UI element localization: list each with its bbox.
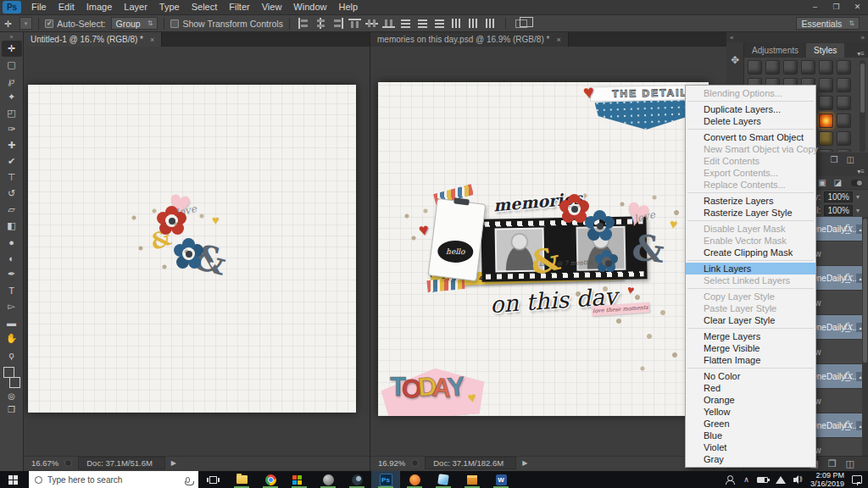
context-menu-item[interactable] xyxy=(686,127,815,131)
network-icon[interactable] xyxy=(776,476,786,484)
align-icon[interactable] xyxy=(298,18,310,29)
context-menu-item[interactable]: No Color xyxy=(686,370,815,382)
align-icon[interactable] xyxy=(467,18,480,29)
context-menu-item[interactable]: Rasterize Layers xyxy=(686,195,815,207)
style-swatch[interactable] xyxy=(837,78,851,92)
volume-icon[interactable] xyxy=(793,478,796,482)
context-menu-item[interactable] xyxy=(686,258,815,263)
current-tool-icon[interactable]: ✛▾ xyxy=(4,17,32,30)
rect-marquee-tool[interactable]: ▢ xyxy=(2,57,22,73)
align-icon[interactable] xyxy=(365,18,378,29)
context-menu-item[interactable]: Violet xyxy=(686,441,815,453)
style-swatch[interactable] xyxy=(837,114,851,128)
fill-value[interactable]: 100% xyxy=(824,205,853,216)
align-icon[interactable] xyxy=(484,18,497,29)
history-brush-tool[interactable]: ↺ xyxy=(2,186,22,202)
zoom-tool[interactable]: ϙ xyxy=(2,347,22,363)
delete-style-icon[interactable]: ◫ xyxy=(847,155,854,164)
status-popup-arrow[interactable]: ▶ xyxy=(522,459,527,467)
context-menu-item[interactable]: Link Layers xyxy=(686,263,815,274)
context-menu-item[interactable]: Delete Layers xyxy=(686,115,815,127)
blue-app-button[interactable] xyxy=(429,471,458,488)
context-menu-item[interactable]: Paste Layer Style xyxy=(686,302,815,314)
layer-style-collapse-icon[interactable]: ▴ xyxy=(856,421,862,430)
spot-healing-tool[interactable]: ✚ xyxy=(2,137,22,153)
context-menu-item[interactable]: Create Clipping Mask xyxy=(686,247,815,258)
canvas-memories[interactable]: THE DETAIL memories 234567891011 1 laura… xyxy=(378,82,709,416)
context-menu-item[interactable]: Red xyxy=(686,382,815,394)
style-swatch[interactable] xyxy=(819,96,833,110)
context-menu-item[interactable]: Convert to Smart Object xyxy=(686,131,815,143)
style-swatch[interactable] xyxy=(783,60,798,75)
screen-mode-icon[interactable]: ❐ xyxy=(2,402,22,416)
taskbar-clock[interactable]: 2:09 PM 3/16/2019 xyxy=(810,471,844,488)
context-menu-item[interactable]: Gray xyxy=(686,453,815,465)
menu-item[interactable]: Layer xyxy=(118,0,153,15)
context-menu-item[interactable]: Copy Layer Style xyxy=(686,291,815,302)
context-menu-item[interactable] xyxy=(686,191,815,195)
chrome-button[interactable] xyxy=(256,471,285,488)
lasso-tool[interactable]: ℘ xyxy=(2,73,22,89)
tray-expand-icon[interactable]: ∧ xyxy=(743,475,749,484)
style-swatch[interactable] xyxy=(819,149,833,152)
context-menu-item[interactable]: Select Linked Layers xyxy=(686,274,815,286)
auto-select-checkbox[interactable]: ✓ xyxy=(45,19,53,28)
zoom-level[interactable]: 16.92% xyxy=(378,458,405,468)
menu-item[interactable]: Select xyxy=(186,0,224,15)
search-box[interactable]: Type here to search xyxy=(29,471,198,488)
context-menu-item[interactable] xyxy=(686,286,815,291)
context-menu-item[interactable]: Blending Options... xyxy=(686,87,815,99)
context-menu-item[interactable] xyxy=(686,326,815,330)
word-button[interactable]: W xyxy=(487,471,515,488)
clone-stamp-tool[interactable]: ⊤ xyxy=(2,169,22,186)
foreground-color-swatch[interactable] xyxy=(3,367,14,378)
blur-tool[interactable]: ● xyxy=(2,234,22,250)
restore-button[interactable]: ❐ xyxy=(826,0,847,14)
filter-toggle[interactable] xyxy=(851,180,863,186)
align-icon[interactable] xyxy=(399,18,412,29)
menu-item[interactable]: File xyxy=(25,0,53,15)
menu-item[interactable]: Type xyxy=(153,0,186,15)
menu-item[interactable]: Help xyxy=(332,0,364,15)
dodge-tool[interactable]: ◐ xyxy=(2,250,22,266)
chevron-down-icon[interactable]: ▾ xyxy=(856,207,860,214)
expand-panels-icon[interactable]: » xyxy=(861,34,865,42)
context-menu-item[interactable]: New Smart Object via Copy xyxy=(686,143,815,155)
orange-app-button[interactable] xyxy=(400,471,429,488)
align-icon[interactable] xyxy=(416,18,429,29)
filter-shape-icon[interactable]: ▣ xyxy=(818,178,826,187)
collapse-panels-icon[interactable]: « xyxy=(730,34,733,42)
file-explorer-button[interactable] xyxy=(227,471,256,488)
task-view-button[interactable] xyxy=(198,471,227,488)
show-transform-checkbox[interactable]: ✓ xyxy=(170,19,179,28)
document-tab-memories[interactable]: memories on this day.psd @ 16.9% (RGB/8)… xyxy=(370,32,569,47)
eraser-tool[interactable]: ▱ xyxy=(2,202,22,218)
style-swatch[interactable] xyxy=(819,60,833,75)
gray-app-button[interactable] xyxy=(314,471,342,488)
context-menu-item[interactable]: Blue xyxy=(686,430,815,441)
path-selection-tool[interactable]: ▻ xyxy=(2,298,22,314)
context-menu-item[interactable] xyxy=(686,99,815,103)
style-swatch[interactable] xyxy=(801,60,815,75)
hand-tool[interactable]: ✋ xyxy=(2,330,22,347)
microphone-icon[interactable] xyxy=(186,477,190,483)
layer-style-collapse-icon[interactable]: ▴ xyxy=(856,274,862,283)
auto-select-scope-dropdown[interactable]: Group⇅ xyxy=(111,17,159,30)
type-tool[interactable]: T xyxy=(2,282,22,298)
context-menu-item[interactable]: Disable Layer Mask xyxy=(686,223,815,235)
close-button[interactable]: ✕ xyxy=(847,0,868,14)
menu-item[interactable]: View xyxy=(256,0,288,15)
style-swatch[interactable] xyxy=(837,149,851,152)
new-style-icon[interactable]: ❐ xyxy=(831,155,838,164)
start-button[interactable] xyxy=(0,471,29,488)
gradient-tool[interactable]: ◧ xyxy=(2,218,22,234)
context-menu-item[interactable]: Replace Contents... xyxy=(686,179,815,191)
box-app-button[interactable] xyxy=(458,471,487,488)
menu-item[interactable]: Window xyxy=(287,0,332,15)
layers-panel-menu-icon[interactable]: ▾≡ xyxy=(857,168,865,175)
align-icon[interactable] xyxy=(382,18,395,29)
style-swatch[interactable] xyxy=(765,60,780,75)
pen-tool[interactable]: ✒ xyxy=(2,266,22,282)
align-icon[interactable] xyxy=(450,18,463,29)
context-menu-item[interactable] xyxy=(686,219,815,223)
